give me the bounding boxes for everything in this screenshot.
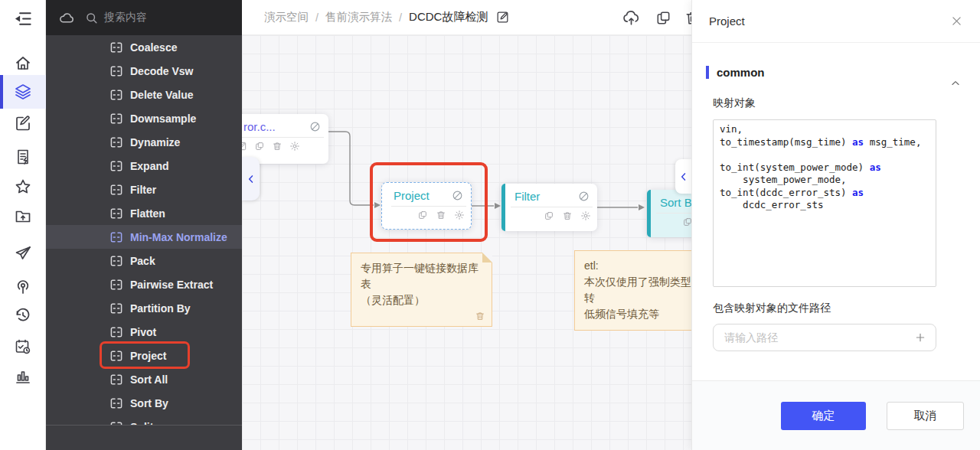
operator-item-expand[interactable]: Expand xyxy=(46,154,242,178)
collapse-left-panel-button[interactable] xyxy=(242,157,260,201)
node-sort-by[interactable]: Sort By xyxy=(647,190,691,237)
edit-icon[interactable] xyxy=(495,10,510,24)
breadcrumb-separator: / xyxy=(399,11,402,24)
trash-icon[interactable] xyxy=(475,311,485,321)
operator-icon xyxy=(110,374,122,385)
cancel-button[interactable]: 取消 xyxy=(887,402,964,430)
copy-icon[interactable] xyxy=(655,9,672,27)
trash-icon[interactable] xyxy=(436,210,446,220)
breadcrumb-workspace[interactable]: 演示空间 xyxy=(264,10,309,24)
canvas-note[interactable]: 专用算子一键链接数据库表（灵活配置） xyxy=(351,253,492,327)
doc-flash-icon xyxy=(14,148,32,166)
confirm-button[interactable]: 确定 xyxy=(781,402,866,430)
cloud-icon xyxy=(58,9,76,27)
search-input[interactable]: 搜索内容 xyxy=(104,11,147,24)
broadcast-icon xyxy=(14,277,32,295)
edit-icon[interactable] xyxy=(242,141,247,152)
node-title: Filter xyxy=(514,190,540,203)
operator-icon xyxy=(110,327,122,338)
note-edit-icon xyxy=(14,114,32,132)
flow-canvas[interactable]: 演示空间 / 售前演示算法 / DCDC故障检测 ror.c... Projec… xyxy=(242,0,691,450)
sidebar-item-doc-flash[interactable] xyxy=(0,140,46,174)
operator-label: Pack xyxy=(130,255,155,267)
sidebar-item-task[interactable] xyxy=(0,330,46,364)
operator-label: Dynamize xyxy=(130,136,180,148)
path-input[interactable] xyxy=(723,331,914,344)
operator-item-filter[interactable]: Filter xyxy=(46,178,242,201)
node-title: Sort By xyxy=(660,196,691,209)
gear-icon[interactable] xyxy=(580,210,591,221)
sidebar-item-send[interactable] xyxy=(0,236,46,270)
operator-item-dynamize[interactable]: Dynamize xyxy=(46,130,242,154)
sidebar-item-bar-chart[interactable] xyxy=(0,360,46,393)
sidebar-item-layers[interactable] xyxy=(0,75,46,109)
ban-icon[interactable] xyxy=(451,189,464,202)
operator-item-partition-by[interactable]: Partition By xyxy=(46,296,242,320)
breadcrumb-algorithm[interactable]: 售前演示算法 xyxy=(325,10,392,24)
copy-icon[interactable] xyxy=(254,141,265,152)
plus-icon[interactable] xyxy=(914,331,926,344)
task-icon xyxy=(14,338,32,356)
operator-icon xyxy=(110,184,122,195)
gear-icon[interactable] xyxy=(289,141,300,152)
operator-item-pairwise-extract[interactable]: Pairwise Extract xyxy=(46,272,242,296)
operator-label: Pivot xyxy=(130,326,156,338)
operator-icon xyxy=(110,113,122,124)
app-window: 搜索内容 CoalesceDecode VswDelete ValueDowns… xyxy=(0,0,980,450)
operator-item-delete-value[interactable]: Delete Value xyxy=(46,83,242,106)
operator-item-decode-vsw[interactable]: Decode Vsw xyxy=(46,59,242,83)
operator-item-flatten[interactable]: Flatten xyxy=(46,201,242,225)
operator-label: Pairwise Extract xyxy=(130,279,213,291)
copy-icon[interactable] xyxy=(682,217,691,227)
copy-icon[interactable] xyxy=(544,210,554,221)
operator-item-project[interactable]: Project xyxy=(46,344,242,367)
layers-icon xyxy=(14,83,32,101)
ban-icon[interactable] xyxy=(577,190,590,203)
config-panel-footer: 确定 取消 xyxy=(692,380,980,450)
sidebar-item-note-edit[interactable] xyxy=(0,106,46,140)
operator-icon xyxy=(110,232,122,243)
sidebar-item-history[interactable] xyxy=(0,298,46,332)
operator-item-min-max-normalize[interactable]: Min-Max Normalize xyxy=(46,225,242,249)
node-project[interactable]: Project xyxy=(381,182,472,230)
operator-item-downsample[interactable]: Downsample xyxy=(46,106,242,130)
operator-item-sort-by[interactable]: Sort By xyxy=(46,391,242,415)
upload-icon[interactable] xyxy=(622,8,641,28)
sidebar-item-folder-upload[interactable] xyxy=(0,199,46,233)
breadcrumb-current: DCDC故障检测 xyxy=(409,10,488,24)
folder-upload-icon xyxy=(14,207,32,225)
node-filter[interactable]: Filter xyxy=(501,184,597,231)
operator-label: Downsample xyxy=(130,112,196,125)
gear-icon[interactable] xyxy=(454,210,465,220)
trash-icon[interactable] xyxy=(272,141,283,152)
collapse-sidebar-icon[interactable] xyxy=(12,8,33,29)
operator-label: Project xyxy=(130,350,166,362)
collapse-right-panel-button[interactable] xyxy=(675,159,691,194)
operator-icon xyxy=(110,66,122,77)
trash-icon[interactable] xyxy=(562,210,573,221)
operator-label: Decode Vsw xyxy=(130,65,193,77)
mapping-code-editor[interactable]: vin,to_timestamp(msg_time) as msg_time,t… xyxy=(713,119,936,287)
node-dcdc-error[interactable]: ror.c... xyxy=(242,114,328,164)
operator-icon xyxy=(110,279,122,290)
copy-icon[interactable] xyxy=(417,210,428,220)
node-title: Project xyxy=(394,189,430,202)
note-line: （灵活配置） xyxy=(361,292,482,308)
operator-item-coalesce[interactable]: Coalesce xyxy=(46,35,242,59)
operator-label: Min-Max Normalize xyxy=(130,231,227,243)
operator-item-sort-all[interactable]: Sort All xyxy=(46,367,242,391)
path-input-row xyxy=(713,324,936,351)
operator-item-split[interactable]: Split xyxy=(46,415,242,426)
icon-sidebar xyxy=(0,0,46,450)
operator-item-pack[interactable]: Pack xyxy=(46,249,242,272)
operator-search-bar[interactable]: 搜索内容 xyxy=(46,0,242,35)
note-line: etl: xyxy=(584,258,691,274)
operator-item-pivot[interactable]: Pivot xyxy=(46,320,242,344)
close-icon[interactable] xyxy=(950,15,963,28)
ban-icon[interactable] xyxy=(309,120,322,133)
breadcrumb: 演示空间 / 售前演示算法 / DCDC故障检测 xyxy=(264,10,510,24)
trash-icon[interactable] xyxy=(684,9,691,27)
chevron-up-icon[interactable] xyxy=(950,78,961,89)
canvas-note[interactable]: etl:本次仅使用了强制类型转低频信号填充等 xyxy=(574,250,691,331)
home-icon xyxy=(14,54,32,73)
